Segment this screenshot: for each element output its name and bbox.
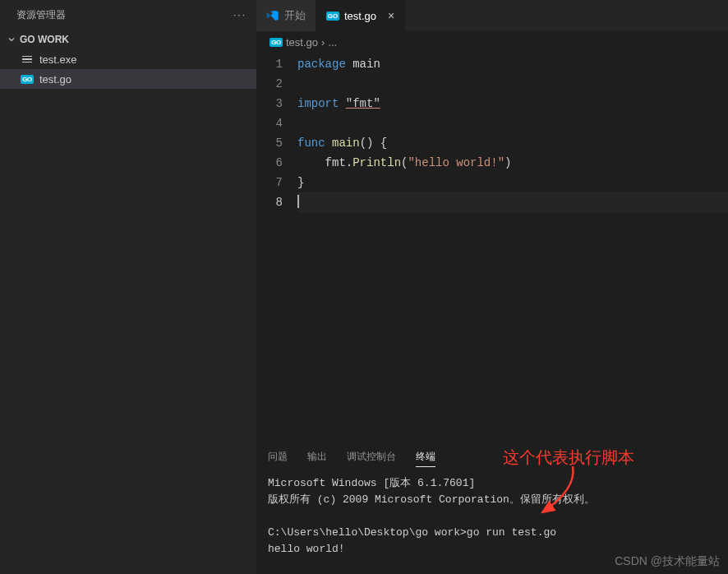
terminal-tab-输出[interactable]: 输出 (307, 450, 327, 467)
go-icon: GO (20, 72, 35, 86)
file-item-test-go[interactable]: GOtest.go (0, 69, 256, 89)
vscode-icon (266, 9, 279, 22)
file-item-test-exe[interactable]: test.exe (0, 49, 256, 69)
terminal-tabs: 问题输出调试控制台终端 (256, 443, 728, 472)
code-editor[interactable]: 12345678 package mainimport "fmt"func ma… (256, 53, 728, 442)
breadcrumb-file: test.go (286, 36, 318, 49)
explorer-sidebar: 资源管理器 ··· GO WORK test.exeGOtest.go (0, 0, 256, 574)
line-number: 2 (256, 74, 283, 94)
explorer-title: 资源管理器 (16, 8, 66, 22)
code-line[interactable] (297, 74, 728, 94)
go-icon: GO (270, 35, 283, 49)
breadcrumb[interactable]: GO test.go › ... (256, 31, 728, 53)
code-line[interactable]: } (297, 173, 728, 192)
breadcrumb-separator: › (321, 36, 325, 49)
explorer-header: 资源管理器 ··· (0, 0, 256, 30)
terminal-tab-问题[interactable]: 问题 (268, 450, 288, 467)
code-content[interactable]: package mainimport "fmt"func main() { fm… (297, 54, 728, 442)
tab-bar: 开始GOtest.go× (256, 0, 728, 31)
line-number: 6 (256, 153, 283, 173)
folder-header[interactable]: GO WORK (0, 30, 256, 49)
go-icon: GO (326, 9, 339, 22)
close-icon[interactable]: × (388, 9, 394, 22)
line-number: 7 (256, 173, 283, 192)
file-label: test.go (39, 73, 71, 86)
tab-label: test.go (344, 10, 376, 22)
folder-name: GO WORK (20, 34, 69, 45)
file-list: test.exeGOtest.go (0, 49, 256, 89)
file-label: test.exe (39, 53, 77, 66)
code-line[interactable]: import "fmt" (297, 94, 728, 113)
line-gutter: 12345678 (256, 54, 297, 442)
watermark: CSDN @技术能量站 (615, 554, 720, 569)
editor-area: 开始GOtest.go× GO test.go › ... 12345678 p… (256, 0, 728, 574)
more-icon[interactable]: ··· (233, 9, 247, 21)
code-line[interactable]: fmt.Println("hello world!") (297, 153, 728, 173)
code-line[interactable] (297, 113, 728, 133)
line-number: 3 (256, 94, 283, 113)
code-line[interactable] (297, 192, 728, 212)
terminal-tab-终端[interactable]: 终端 (416, 450, 435, 467)
line-number: 4 (256, 113, 283, 133)
tab-label: 开始 (284, 8, 306, 23)
lines-icon (20, 52, 35, 67)
breadcrumb-more: ... (328, 36, 337, 49)
tab-开始[interactable]: 开始 (256, 0, 316, 31)
code-line[interactable]: package main (297, 54, 728, 74)
line-number: 5 (256, 133, 283, 153)
line-number: 8 (256, 192, 283, 212)
terminal-tab-调试控制台[interactable]: 调试控制台 (347, 450, 396, 467)
chevron-down-icon (5, 33, 18, 46)
line-number: 1 (256, 54, 283, 74)
tab-test.go[interactable]: GOtest.go× (316, 0, 405, 31)
code-line[interactable]: func main() { (297, 133, 728, 153)
